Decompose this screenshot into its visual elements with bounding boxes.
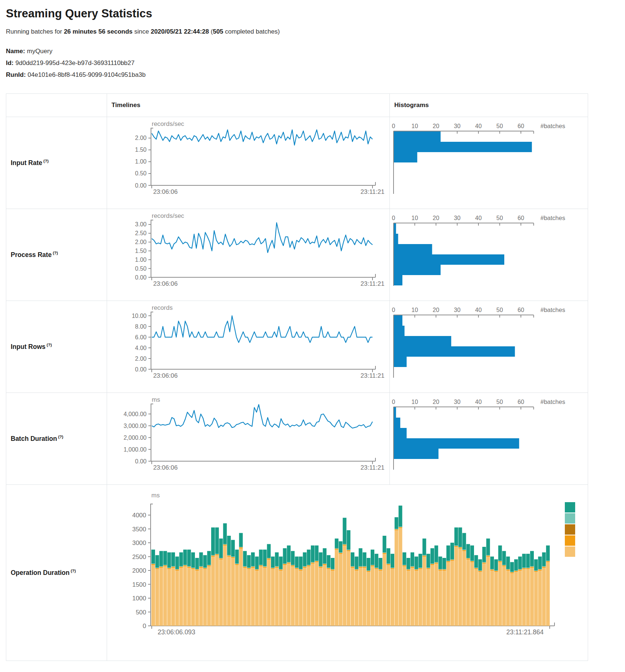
stacked-bar-segment	[514, 559, 518, 570]
stacked-bar-segment	[167, 568, 171, 569]
stacked-bar-segment	[371, 566, 374, 626]
y-axis	[151, 404, 153, 461]
stacked-bar-segment	[355, 570, 358, 626]
stacked-bar-segment	[215, 528, 219, 554]
stacked-bar-segment	[255, 569, 259, 569]
stacked-bar-segment	[522, 554, 526, 568]
table-row: Process Rate(?) records/sec0.000.501.001…	[6, 209, 588, 301]
input-rate-histogram-chart: 0102030405060#batches	[390, 117, 588, 208]
histogram-bar	[394, 131, 441, 142]
stacked-bar-segment	[470, 561, 474, 562]
stacked-bar-segment	[247, 568, 251, 568]
stacked-bar-segment	[239, 533, 243, 547]
stacked-bar-segment	[534, 572, 538, 626]
stacked-bar-segment	[546, 561, 550, 562]
stacked-bar-segment	[435, 545, 438, 562]
stacked-bar-segment	[454, 546, 458, 547]
stacked-bar-segment	[295, 568, 299, 568]
stacked-bar-segment	[151, 564, 155, 565]
stacked-bar-segment	[195, 569, 199, 569]
x-tick-label: 50	[497, 123, 503, 129]
stacked-bar-segment	[343, 546, 346, 626]
histogram-bar	[394, 407, 396, 418]
x-tick-label: 0	[392, 123, 395, 129]
stacked-bar-segment	[343, 544, 346, 545]
stacked-bar-segment	[422, 557, 426, 626]
row-label-text: Batch Duration	[11, 435, 57, 442]
stacked-bar-segment	[215, 554, 219, 555]
help-tooltip-icon[interactable]: (?)	[47, 343, 52, 347]
stacked-bar-segment	[295, 568, 299, 569]
stacked-bar-segment	[395, 529, 398, 529]
histogram-bar	[394, 244, 432, 254]
row-label-process-rate: Process Rate(?)	[6, 209, 107, 301]
histogram-bar	[394, 438, 519, 449]
stacked-bar-segment	[415, 569, 418, 569]
stacked-bar-segment	[311, 562, 315, 562]
stacked-bar-segment	[255, 570, 259, 626]
stacked-bar-segment	[191, 568, 195, 569]
x-axis	[151, 274, 375, 280]
stacked-bar-segment	[163, 565, 167, 565]
row-label-input-rows: Input Rows(?)	[6, 301, 107, 393]
help-tooltip-icon[interactable]: (?)	[44, 159, 49, 163]
stacked-bar-segment	[243, 567, 247, 568]
stacked-bar-segment	[327, 568, 330, 569]
stacked-bar-segment	[538, 569, 542, 569]
id-label: Id:	[6, 59, 14, 66]
stacked-bar-segment	[498, 561, 502, 562]
stacked-bar-segment	[450, 559, 454, 560]
stacked-bar-segment	[155, 568, 159, 568]
stacked-bar-segment	[430, 564, 434, 565]
legend-swatch	[565, 524, 575, 535]
stacked-bar-segment	[387, 564, 390, 565]
stacked-bar-segment	[454, 547, 458, 626]
stacked-bar-segment	[391, 568, 394, 569]
stacked-bar-segment	[510, 562, 514, 572]
stacked-bar-segment	[323, 565, 326, 626]
stacked-bar-segment	[219, 558, 223, 558]
help-tooltip-icon[interactable]: (?)	[71, 569, 76, 573]
stacked-bar-segment	[399, 528, 402, 626]
stacked-bar-segment	[430, 548, 434, 563]
stacked-bar-segment	[514, 570, 518, 571]
stacked-bar-segment	[450, 543, 454, 559]
stacked-bar-segment	[371, 565, 374, 566]
stacked-bar-segment	[530, 566, 534, 567]
help-tooltip-icon[interactable]: (?)	[53, 251, 58, 255]
y-tick-label: 0.50	[135, 265, 147, 272]
x-tick-label: 10	[412, 399, 418, 405]
stacked-bar-segment	[247, 555, 251, 568]
stacked-bar-segment	[470, 561, 474, 561]
stacked-bar-segment	[518, 556, 522, 569]
since-word: since	[133, 28, 151, 35]
y-tick-label: 2500	[132, 553, 146, 560]
unit-label: records/sec	[152, 120, 184, 127]
stacked-bar-segment	[426, 568, 430, 568]
stacked-bar-segment	[419, 554, 422, 568]
x-tick-label: 0	[392, 307, 395, 313]
stacked-bar-segment	[343, 545, 346, 546]
stacked-bar-segment	[411, 552, 414, 566]
stacked-bar-segment	[406, 558, 410, 569]
corner-cell	[6, 94, 107, 117]
stacked-bar-segment	[235, 563, 239, 564]
stacked-bar-segment	[299, 569, 303, 569]
help-tooltip-icon[interactable]: (?)	[58, 435, 63, 439]
stacked-bar-segment	[486, 557, 490, 626]
stacked-bar-segment	[462, 550, 466, 550]
stacked-bar-segment	[379, 558, 382, 569]
y-tick-label: 3500	[132, 526, 146, 533]
stacked-bar-segment	[323, 548, 326, 563]
input-rows-histogram-chart: 0102030405060#batches	[390, 301, 588, 392]
operation-duration-chart: ms0500100015002000250030003500400023:06:…	[107, 485, 587, 661]
timeline-series-line	[152, 223, 372, 253]
stacked-bar-segment	[315, 562, 319, 626]
stacked-bar-segment	[311, 563, 315, 564]
stacked-bar-segment	[195, 570, 199, 626]
stacked-bar-segment	[363, 566, 366, 567]
stacked-bar-segment	[442, 569, 446, 569]
stacked-bar-segment	[486, 555, 490, 556]
stacked-bar-segment	[498, 545, 502, 560]
stacked-bar-segment	[522, 568, 526, 568]
